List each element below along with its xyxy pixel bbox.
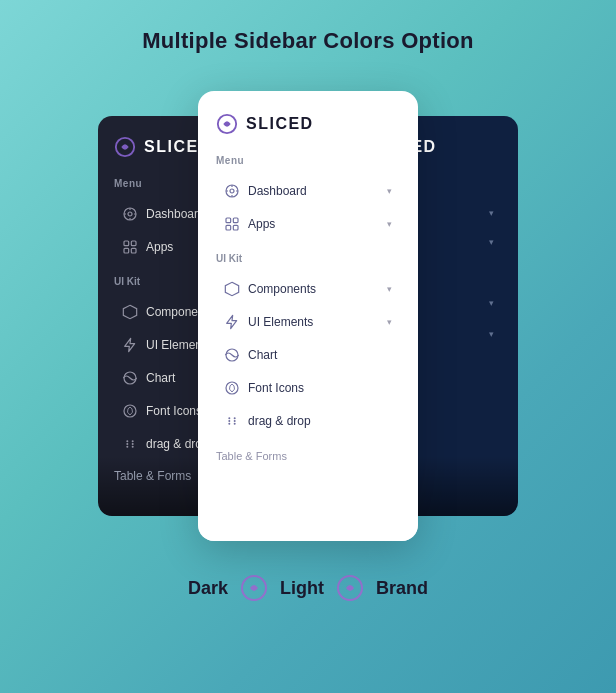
components-icon bbox=[122, 304, 138, 320]
light-logo-text: SLICED bbox=[246, 115, 314, 133]
light-lightning-icon bbox=[224, 314, 240, 330]
font-icons-icon bbox=[122, 403, 138, 419]
light-menu-apps[interactable]: Apps ▾ bbox=[216, 209, 400, 239]
light-ui-elements[interactable]: UI Elements ▾ bbox=[216, 307, 400, 337]
lightning-icon bbox=[122, 337, 138, 353]
svg-rect-23 bbox=[233, 225, 238, 230]
light-apps-label: Apps bbox=[248, 217, 379, 231]
light-logo-icon bbox=[216, 113, 238, 135]
svg-rect-22 bbox=[226, 225, 231, 230]
sidebar-light: SLICED Menu Dashboard ▾ Apps ▾ UI Kit bbox=[198, 91, 418, 541]
brand-dashboard-chevron: ▾ bbox=[489, 208, 494, 218]
light-menu-label: Menu bbox=[216, 155, 400, 166]
page-title: Multiple Sidebar Colors Option bbox=[142, 28, 474, 54]
sidebars-container: SLICED Menu Dashboard ▾ Apps UI Kit bbox=[98, 86, 518, 546]
svg-point-14 bbox=[126, 443, 128, 445]
light-chart[interactable]: Chart bbox=[216, 340, 400, 370]
svg-point-28 bbox=[228, 423, 230, 425]
theme-labels: Dark Light Brand bbox=[188, 574, 428, 602]
light-uikit-label: UI Kit bbox=[216, 253, 400, 264]
svg-point-10 bbox=[126, 440, 128, 442]
light-apps-chevron: ▾ bbox=[387, 219, 392, 229]
light-logo: SLICED bbox=[216, 113, 400, 135]
light-components-icon bbox=[224, 281, 240, 297]
light-dashboard-icon bbox=[224, 183, 240, 199]
light-dashboard-chevron: ▾ bbox=[387, 186, 392, 196]
svg-marker-7 bbox=[123, 305, 136, 318]
svg-point-15 bbox=[132, 443, 134, 445]
svg-rect-6 bbox=[131, 248, 136, 253]
svg-rect-21 bbox=[233, 218, 238, 223]
brand-theme-label: Brand bbox=[376, 578, 428, 599]
svg-rect-5 bbox=[124, 248, 129, 253]
light-drag-drop[interactable]: drag & drop bbox=[216, 406, 400, 436]
svg-point-12 bbox=[132, 440, 134, 442]
light-table-forms: Table & Forms bbox=[216, 450, 400, 462]
light-components[interactable]: Components ▾ bbox=[216, 274, 400, 304]
light-menu-dashboard[interactable]: Dashboard ▾ bbox=[216, 176, 400, 206]
svg-marker-24 bbox=[225, 282, 238, 295]
dashboard-icon bbox=[122, 206, 138, 222]
chart-icon bbox=[122, 370, 138, 386]
svg-point-31 bbox=[228, 420, 230, 422]
dark-logo-icon bbox=[114, 136, 136, 158]
svg-rect-3 bbox=[124, 241, 129, 246]
light-dashboard-label: Dashboard bbox=[248, 184, 379, 198]
svg-rect-20 bbox=[226, 218, 231, 223]
svg-point-30 bbox=[234, 423, 236, 425]
light-theme-label: Light bbox=[280, 578, 324, 599]
light-chart-icon bbox=[224, 347, 240, 363]
svg-point-19 bbox=[230, 189, 234, 193]
svg-point-11 bbox=[126, 446, 128, 448]
svg-point-27 bbox=[228, 417, 230, 419]
svg-point-29 bbox=[234, 417, 236, 419]
light-drag-drop-icon bbox=[224, 413, 240, 429]
light-apps-icon bbox=[224, 216, 240, 232]
dark-theme-icon bbox=[240, 574, 268, 602]
svg-point-2 bbox=[128, 212, 132, 216]
light-font-icons[interactable]: Font Icons bbox=[216, 373, 400, 403]
apps-icon bbox=[122, 239, 138, 255]
svg-point-13 bbox=[132, 446, 134, 448]
svg-point-32 bbox=[234, 420, 236, 422]
dark-theme-label: Dark bbox=[188, 578, 228, 599]
drag-drop-icon bbox=[122, 436, 138, 452]
light-font-icons-icon bbox=[224, 380, 240, 396]
light-theme-icon bbox=[336, 574, 364, 602]
svg-rect-4 bbox=[131, 241, 136, 246]
